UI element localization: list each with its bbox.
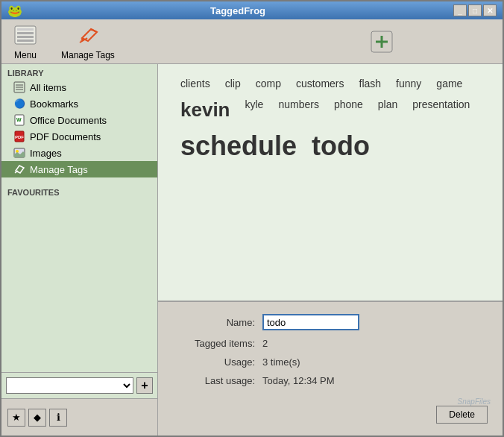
manage-tags-sidebar-icon (13, 163, 25, 175)
sidebar-item-pdf-documents[interactable]: PDF PDF Documents (1, 128, 157, 145)
name-label: Name: (173, 317, 262, 328)
favourites-section-label: FAVOURITES (1, 183, 157, 198)
manage-tags-label: Manage Tags (61, 50, 115, 60)
tag-button[interactable]: ◆ (28, 409, 46, 427)
name-row: Name: (173, 314, 488, 330)
usage-row: Usage: 3 time(s) (173, 356, 488, 368)
menu-icon (13, 23, 37, 47)
svg-text:W: W (16, 117, 22, 122)
sidebar: LIBRARY All items 🔵 Bookmarks (1, 64, 158, 436)
manage-tags-button[interactable]: Manage Tags (55, 20, 121, 63)
tag-item[interactable]: plan (371, 97, 405, 123)
sidebar-item-bookmarks[interactable]: 🔵 Bookmarks (1, 95, 157, 112)
toolbar: Menu Manage Tags (1, 19, 503, 64)
last-usage-value: Today, 12:34 PM (262, 375, 335, 386)
right-panel: clientsclipcompcustomersflashfunnygameke… (158, 64, 503, 436)
sidebar-item-label: PDF Documents (30, 131, 101, 142)
star-button[interactable]: ★ (7, 409, 25, 427)
add-button[interactable] (370, 30, 394, 54)
office-documents-icon: W (13, 114, 25, 126)
app-window: 🐸 TaggedFrog _ □ ✕ Menu (0, 0, 504, 437)
main-content: LIBRARY All items 🔵 Bookmarks (1, 64, 503, 436)
tag-item[interactable]: clients (173, 76, 218, 91)
tag-item[interactable]: todo (304, 129, 377, 163)
tag-item[interactable]: schedule (173, 129, 304, 163)
menu-button[interactable]: Menu (7, 20, 43, 63)
title-bar: 🐸 TaggedFrog _ □ ✕ (1, 1, 503, 19)
maximize-button[interactable]: □ (468, 4, 482, 16)
watermark: SnapFiles (458, 397, 491, 406)
last-usage-label: Last usage: (173, 375, 262, 386)
window-title: TaggedFrog (22, 5, 453, 16)
sidebar-item-images[interactable]: Images (1, 145, 157, 161)
tagged-items-label: Tagged items: (173, 338, 262, 349)
svg-text:PDF: PDF (15, 135, 24, 139)
tagged-items-value: 2 (262, 338, 268, 349)
sidebar-add-button[interactable]: + (136, 377, 153, 394)
tag-item[interactable]: game (429, 76, 470, 91)
tag-item[interactable]: clip (218, 76, 248, 91)
minimize-button[interactable]: _ (453, 4, 467, 16)
svg-rect-2 (17, 32, 34, 34)
sidebar-item-manage-tags[interactable]: Manage Tags (1, 161, 157, 177)
app-icon: 🐸 (7, 4, 22, 18)
pdf-icon: PDF (13, 131, 25, 142)
sidebar-item-office-documents[interactable]: W Office Documents (1, 112, 157, 128)
info-button[interactable]: ℹ (49, 409, 67, 427)
library-section-label: LIBRARY (1, 64, 157, 79)
tag-item[interactable]: comp (248, 76, 289, 91)
tag-item[interactable]: kyle (238, 97, 271, 123)
tag-item[interactable]: numbers (271, 97, 326, 123)
images-icon (13, 147, 25, 159)
sidebar-item-label: Images (30, 148, 62, 159)
sidebar-dropdown[interactable] (6, 377, 133, 394)
usage-value: 3 time(s) (262, 356, 300, 368)
sidebar-item-label: Office Documents (30, 115, 107, 126)
close-button[interactable]: ✕ (483, 4, 497, 16)
tag-item[interactable]: customers (289, 76, 352, 91)
tag-cloud: clientsclipcompcustomersflashfunnygameke… (158, 64, 503, 301)
svg-rect-4 (17, 40, 34, 42)
tag-item[interactable]: funny (388, 76, 429, 91)
window-controls: _ □ ✕ (453, 4, 497, 16)
all-items-icon (13, 81, 25, 93)
last-usage-row: Last usage: Today, 12:34 PM (173, 375, 488, 386)
menu-label: Menu (14, 50, 37, 60)
name-input[interactable] (262, 314, 359, 330)
detail-panel: Name: Tagged items: 2 Usage: 3 time(s) L… (158, 301, 503, 436)
sidebar-bottom: + (1, 372, 157, 398)
tag-item[interactable]: phone (327, 97, 371, 123)
manage-tags-icon (76, 23, 100, 47)
bookmarks-icon: 🔵 (13, 98, 25, 110)
svg-rect-3 (17, 36, 34, 38)
usage-label: Usage: (173, 356, 262, 368)
sidebar-item-label: Manage Tags (30, 164, 88, 175)
tagged-items-row: Tagged items: 2 (173, 338, 488, 349)
delete-button[interactable]: Delete (436, 406, 488, 424)
tag-item[interactable]: kevin (173, 97, 238, 123)
sidebar-item-all-items[interactable]: All items (1, 79, 157, 95)
sidebar-item-label: All items (30, 82, 66, 93)
tag-item[interactable]: presentation (405, 97, 477, 123)
tag-item[interactable]: flash (352, 76, 389, 91)
sidebar-item-label: Bookmarks (30, 98, 78, 110)
svg-rect-1 (17, 28, 34, 31)
